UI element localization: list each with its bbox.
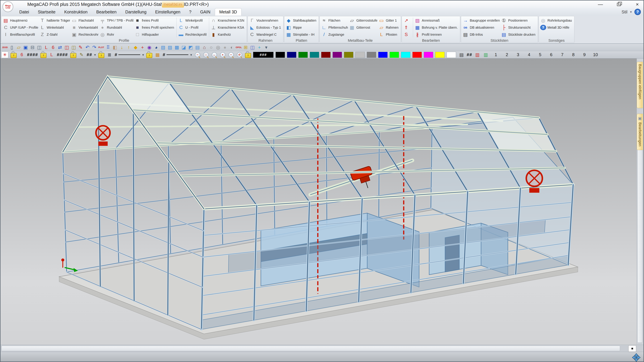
unp-uap-profile-button[interactable]: CUNP /UAP - Profile xyxy=(3,24,38,31)
zoom-window-button[interactable]: □ xyxy=(203,52,209,58)
erase-sketch-button[interactable]: ✎ xyxy=(77,44,84,51)
document-6-button[interactable]: 6 xyxy=(50,44,56,51)
print-button[interactable]: ⊟ xyxy=(29,44,36,51)
view-plane-button[interactable]: ▤ xyxy=(194,44,201,51)
display-hidden-line-button[interactable]: ◎ xyxy=(215,44,222,51)
hilfsquader-button[interactable]: □Hilfsquader xyxy=(134,31,174,38)
zoom-preset-10[interactable]: 10 xyxy=(591,52,600,57)
tab-metall-3d[interactable]: Metall 3D xyxy=(215,8,242,15)
zoom-preset-8[interactable]: 8 xyxy=(569,52,578,57)
flaechen-button[interactable]: ≈Flächen xyxy=(321,17,348,24)
zoom-fit-button[interactable]: ↔ xyxy=(211,52,218,58)
color-swatch[interactable] xyxy=(298,52,308,58)
tab-gain[interactable]: GAIN xyxy=(196,8,215,15)
pen-lock-icon[interactable]: ? xyxy=(70,53,76,58)
flaeche-ausformen-button[interactable]: ↗ xyxy=(403,17,410,24)
zoom-preset-4[interactable]: 4 xyxy=(524,52,534,57)
zoom-in-button[interactable]: + xyxy=(220,52,226,58)
gitterrost-button[interactable]: ▦Gitterrost xyxy=(349,24,378,31)
opengl-mode-button[interactable]: OPGL xyxy=(235,44,242,51)
structure-tree-button[interactable]: ⊞ xyxy=(242,44,249,51)
line-style-dropdown[interactable]: ▾ xyxy=(142,53,144,57)
koerper-anheben-button[interactable]: ⇑ xyxy=(403,24,410,31)
horizontal-scrollbar-thumb[interactable] xyxy=(2,346,620,351)
kranschiene-ksn-button[interactable]: ∩Kranschiene KSN xyxy=(210,17,244,24)
save-prt-button[interactable]: ▣ xyxy=(22,44,29,51)
screen-colors-button[interactable]: ▤ xyxy=(458,52,465,58)
zoom-preset-6[interactable]: 6 xyxy=(547,52,556,57)
color-swatch[interactable] xyxy=(276,52,285,58)
color-swatch[interactable] xyxy=(310,52,319,58)
zoom-preset-5[interactable]: 5 xyxy=(536,52,545,57)
hauptmenu-button[interactable]: ▤Hauptmenü xyxy=(3,17,38,24)
color-grid-button[interactable]: ▦ xyxy=(154,52,161,58)
zoom-preset-7[interactable]: 7 xyxy=(558,52,567,57)
current-color-swatch[interactable]: ### xyxy=(253,52,274,58)
zugstange-button[interactable]: /Zugstange xyxy=(321,31,348,38)
rohrleitungsbau-button[interactable]: ◎Rohrleitungsbau xyxy=(540,17,572,24)
color-swatch[interactable] xyxy=(321,52,330,58)
style-caret-icon[interactable]: ▾ xyxy=(630,10,632,14)
point-grid-button[interactable]: ⠿ xyxy=(105,44,112,51)
vierkantstahl-button[interactable]: ■Vierkantstahl xyxy=(71,24,98,31)
view-cube-4-button[interactable]: ◪ xyxy=(180,44,187,51)
help-button[interactable]: ? xyxy=(634,9,641,15)
display-wireframe-button[interactable]: ○ xyxy=(208,44,215,51)
tab-bearbeiten[interactable]: Bearbeiten xyxy=(92,8,121,15)
level-diamond-button[interactable]: ◆ xyxy=(132,44,139,51)
screen-redraw-button[interactable]: ◫ xyxy=(70,44,77,51)
plot-button[interactable]: PLOT xyxy=(98,44,105,51)
view-cube-5-button[interactable]: ◩ xyxy=(187,44,194,51)
rechteckrohr-button[interactable]: ▣Rechteckrohr xyxy=(71,31,98,38)
new-document-button[interactable]: ▯ xyxy=(8,44,15,51)
strukturansicht-button[interactable]: ├Strukturansicht xyxy=(501,24,535,31)
metall-3d-hilfe-button[interactable]: ?Metall 3D Hilfe xyxy=(540,24,572,31)
line-width-button[interactable]: ≣ xyxy=(106,52,113,58)
db-aktualisieren-button[interactable]: DBDB aktualisieren xyxy=(462,24,500,31)
view-cube-2-button[interactable]: ▨ xyxy=(166,44,174,51)
origin-axis-button[interactable]: + xyxy=(139,44,146,51)
eckstoss-typ-1-button[interactable]: ◣Eckstoss - Typ 1 xyxy=(249,24,281,31)
gitterroststufe-button[interactable]: ▱Gitterroststufe xyxy=(349,17,378,24)
zoom-preset-3[interactable]: 3 xyxy=(514,52,522,57)
rechteckprofil-button[interactable]: ▬Rechteckprofil xyxy=(178,31,206,38)
restore-button[interactable] xyxy=(615,1,623,7)
kranschiene-ksa-button[interactable]: ⊥Kranschiene KSA xyxy=(210,24,244,31)
rohr-button[interactable]: ◎Rohr xyxy=(100,31,134,38)
pen-dropdown[interactable]: ▾ xyxy=(94,53,96,57)
zoom-preset-9[interactable]: 9 xyxy=(580,52,589,57)
koerper-schneiden-button[interactable]: S xyxy=(403,31,410,38)
wandriegel-c-button[interactable]: CWandriegel C xyxy=(249,31,281,38)
workplane-cube-button[interactable]: ◧ xyxy=(112,44,118,51)
layer-lock-icon[interactable]: ? xyxy=(40,53,46,58)
baugruppe-erstellen-button[interactable]: →Baugruppe erstellen xyxy=(462,17,500,24)
db-infos-button[interactable]: ▤DB-Infos xyxy=(462,31,500,38)
minimize-button[interactable]: — xyxy=(596,1,604,7)
group-field[interactable]: #### xyxy=(27,52,38,57)
rotate-view-button[interactable]: ◉ xyxy=(146,44,153,51)
snap-arrow-down-button[interactable]: ↓ xyxy=(118,44,125,51)
stahlbauplatten-button[interactable]: ◆Stahlbauplatten xyxy=(286,17,316,24)
display-outline-button[interactable]: ◐ xyxy=(228,44,235,51)
color-swatch[interactable] xyxy=(287,52,296,58)
tab-startseite[interactable]: Startseite xyxy=(33,8,60,15)
layer-color-list-button[interactable]: ▥ xyxy=(483,52,489,58)
color-swatch[interactable] xyxy=(401,52,410,58)
zoom-preset-1[interactable]: 1 xyxy=(492,52,500,57)
view-cube-3-button[interactable]: ▩ xyxy=(174,44,180,51)
tab-konstruktion[interactable]: Konstruktion xyxy=(60,8,92,15)
bohrung-v-platte-uebern-button[interactable]: ▦Bohrung v. Platte übern. xyxy=(414,24,458,31)
snap-arrow-up-button[interactable]: ↑ xyxy=(125,44,132,51)
side-tab-bearbeitungen[interactable]: ▣ Bearbeitungen xyxy=(637,114,643,150)
freies-profil-button[interactable]: ■freies Profil xyxy=(134,17,174,24)
pfosten-button[interactable]: LPfosten xyxy=(378,31,398,38)
hatch-lock-icon[interactable]: ? xyxy=(146,53,152,58)
stirnplatte-ih-button[interactable]: ▦Stirnplatte - IH xyxy=(286,31,316,38)
color-swatch[interactable] xyxy=(332,52,342,58)
pan-icon[interactable] xyxy=(632,353,641,362)
linewidth-lock-icon[interactable]: ? xyxy=(98,53,104,58)
redo-button[interactable]: ↷ xyxy=(91,44,98,51)
display-shaded-button[interactable]: ● xyxy=(222,44,228,51)
rahmen-button[interactable]: ▱Rahmen xyxy=(378,24,398,31)
undo-button[interactable]: ↶ xyxy=(84,44,91,51)
